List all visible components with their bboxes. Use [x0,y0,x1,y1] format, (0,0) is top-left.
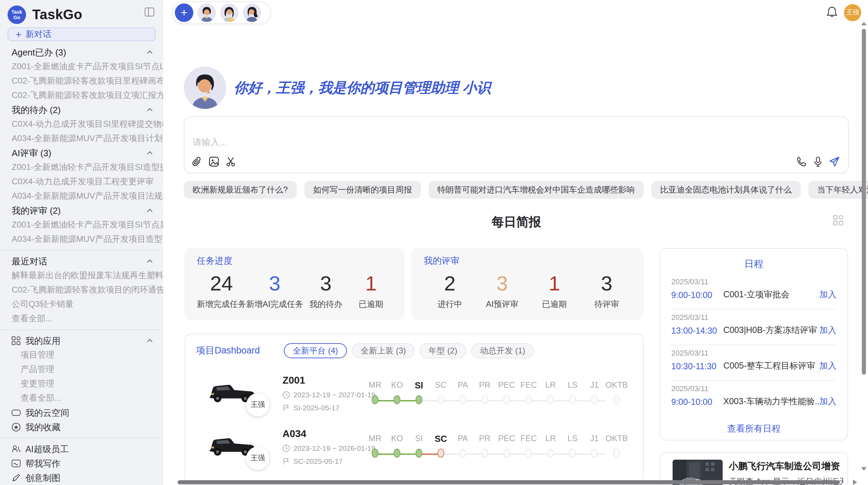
scroll-up-arrow-icon[interactable] [861,22,867,25]
message-composer[interactable] [184,116,849,173]
phone-call-icon[interactable] [796,156,807,167]
add-agent-button[interactable]: + [175,3,193,22]
layout-grid-icon[interactable] [833,215,843,225]
stat: 1已逾期 [348,271,394,310]
milestone-strip: MRKOSISCPAPRPECFECLRLSJ1OKTB [364,434,627,460]
suggestion-chip[interactable]: 当下年轻人对汽车外观有怎样的喜好趋势 [808,181,868,199]
milestone-node [503,449,510,458]
join-link[interactable]: 加入 [819,289,836,301]
list-item[interactable]: 公司Q3轻卡销量 [0,297,163,312]
composer-right-icons [796,156,840,167]
message-input[interactable] [191,136,537,148]
project-row-z001[interactable]: 王强 Z001 2023-12-19 ~ 2027-01-19 SI-2025-… [185,368,643,421]
stats-row: 任务进度 24新增完成任务 3新增AI完成任务 3我的待办 1已逾期 我的评审 … [184,248,644,320]
agent-avatar-2[interactable] [220,3,239,22]
project-row-a034[interactable]: 王强 A034 2023-12-19 ~ 2026-01-19 SC-2025-… [185,421,643,475]
vertical-scroll-thumb[interactable] [862,29,866,375]
scroll-right-arrow-icon[interactable] [853,480,857,485]
tab-upfit[interactable]: 全新上装 (3) [352,343,415,358]
scissors-icon[interactable] [226,156,237,167]
chevron-up-icon[interactable] [147,150,153,156]
view-all-apps[interactable]: 查看全部... [0,391,163,406]
section-recent-chats[interactable]: 最近对话 [0,254,163,269]
stat: 3新增AI完成任务 [246,271,303,310]
tab-powertrain[interactable]: 动总开发 (1) [471,343,534,358]
list-item[interactable]: C02-飞腾新能源轻客改款项目的闭环通告反馈情况 [0,283,163,297]
join-link[interactable]: 加入 [819,325,836,336]
news-title: 小鹏飞行汽车制造公司增资 [729,460,840,473]
suggestion-chip[interactable]: 比亚迪全固态电池计划具体说了什么 [651,181,800,199]
list-item[interactable]: Z001-全新燃油皮卡产品开发项目SI节点Lesson Learn报告 [0,60,163,74]
chevron-up-icon[interactable] [147,208,153,214]
sidebar-item-ai-staff[interactable]: AI超级员工 [0,442,163,456]
schedule-entry: 2025/03/11 13:00-14:30C003|H0B-方案冻结评审加入 [671,313,836,336]
agent-avatar-1[interactable] [197,3,216,22]
chevron-up-icon[interactable] [147,258,153,264]
sidebar-item-cloud-space[interactable]: 我的云空间 [0,406,163,420]
section-agent-done[interactable]: Agent已办 (3) [0,45,163,60]
list-item[interactable]: A034-全新新能源MUV产品开发项目法规符合性评审 [0,189,163,203]
chevron-up-icon[interactable] [147,107,153,113]
join-link[interactable]: 加入 [819,360,836,372]
taskgo-logo: Task Go [8,5,26,24]
new-chat-button[interactable]: + 新对话 [8,27,156,41]
current-milestone: SC [430,434,452,444]
microphone-icon[interactable] [812,156,823,167]
vertical-scrollbar[interactable] [861,21,867,485]
view-all-recent[interactable]: 查看全部... [0,312,163,326]
list-item[interactable]: A034-全新新能源MUV产品开发项目计划变更表编写 [0,132,163,146]
greeting-text: 你好，王强，我是你的项目管理助理 小识 [234,78,491,97]
send-icon[interactable] [829,156,840,167]
sidebar-item-creative-draw[interactable]: 创意制图 [0,471,163,485]
app-item-change-mgmt[interactable]: 变更管理 [0,377,163,391]
divider [0,329,163,330]
list-item[interactable]: Z001-全新燃油轻卡产品开发项目SI造型提交物评审 [0,160,163,175]
list-item[interactable]: Z001-全新燃油轻卡产品开发项目SI节点属性5D文件评审 [0,218,163,232]
milestone-node [525,449,532,458]
cloud-icon [12,408,21,417]
milestone-node [613,449,620,458]
sidebar-collapse-icon[interactable] [145,8,154,16]
schedule-card: 日程 2025/03/11 9:00-10:00C001-立项审批会加入 202… [660,248,848,440]
agent-switcher: + [172,1,271,24]
chevron-up-icon[interactable] [147,338,153,344]
suggestion-chip[interactable]: 特朗普可能对进口汽车增税会对中国车企造成哪些影响 [428,181,643,199]
list-item[interactable]: C0X4-动力总成开发项目工程变更评审 [0,175,163,189]
notification-bell-icon[interactable] [827,6,837,18]
plus-icon: + [16,29,21,40]
project-info: Z001 2023-12-19 ~ 2027-01-19 SI-2025-05-… [282,375,375,412]
tab-model-year[interactable]: 年型 (2) [420,343,466,358]
section-my-review[interactable]: 我的评审 (2) [0,203,163,218]
milestone-node-done [415,395,422,404]
section-my-todo[interactable]: 我的待办 (2) [0,103,163,117]
horizontal-scrollbar[interactable] [178,480,840,484]
app-item-project-mgmt[interactable]: 项目管理 [0,348,163,362]
list-item[interactable]: C02-飞腾新能源轻客改款项目里程碑画布 [0,74,163,88]
list-item[interactable]: A034-全新新能源MUV产品开发项目造型可行性评审 [0,232,163,247]
agent-avatar-3[interactable] [243,3,261,22]
sidebar-item-favorites[interactable]: 我的收藏 [0,420,163,434]
suggestion-chip[interactable]: 欧洲新规最近颁布了什么? [184,181,297,199]
list-item[interactable]: C02-飞腾新能源轻客改款项目立项汇报方案 [0,88,163,103]
suggestion-chip[interactable]: 如何写一份清晰的项目周报 [304,181,421,199]
owner-badge: 王强 [246,447,269,470]
list-item[interactable]: 解释最新出台的欧盟报废车法规再生塑料比例被调至15%... [0,269,163,283]
project-info: A034 2023-12-19 ~ 2026-01-19 SC-2025-05-… [282,428,375,465]
list-item[interactable]: C0X4-动力总成开发项目SI里程碑提交物检查 [0,117,163,132]
attachment-icon[interactable] [191,156,202,167]
user-avatar[interactable]: 王强 [844,4,861,21]
section-my-apps[interactable]: 我的应用 [0,334,163,348]
sidebar-item-help-write[interactable]: 帮我写作 [0,456,163,471]
scroll-down-arrow-icon[interactable] [861,467,867,471]
image-icon[interactable] [208,156,219,167]
tab-platform[interactable]: 全新平台 (4) [284,343,347,358]
composer-left-icons [191,156,237,167]
view-all-schedule[interactable]: 查看所有日程 [660,423,847,435]
schedule-title: 日程 [660,249,847,271]
pen-icon [12,473,21,482]
app-item-product-mgmt[interactable]: 产品管理 [0,362,163,377]
join-link[interactable]: 加入 [819,396,836,408]
chevron-up-icon[interactable] [147,49,153,55]
milestone-node [569,395,576,404]
section-ai-review[interactable]: AI评审 (3) [0,146,163,160]
